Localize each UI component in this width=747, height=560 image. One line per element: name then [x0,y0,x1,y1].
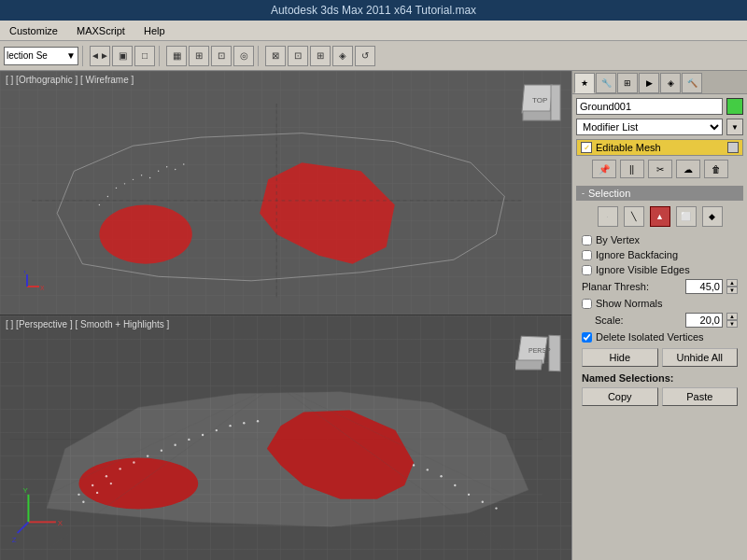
svg-point-15 [158,171,159,172]
toolbar-btn-2[interactable]: ▣ [112,46,133,66]
svg-point-40 [133,461,134,463]
stack-btn-delete[interactable]: 🗑 [704,160,728,178]
scale-spinner[interactable]: ▲ ▼ [726,313,738,328]
modifier-color-box [727,142,739,153]
hide-button[interactable]: Hide [582,348,658,367]
svg-point-56 [482,501,484,503]
svg-point-55 [468,494,470,496]
modifier-editable-mesh[interactable]: ✓ Editable Mesh [577,140,742,155]
subobj-edge[interactable]: ╲ [624,206,644,227]
main-area: [ ] [Orthographic ] [ Wireframe ] TOP [0,71,747,560]
toolbar-btn-9[interactable]: ⊡ [288,46,308,66]
toolbar-btn-4[interactable]: ▦ [166,46,187,66]
selection-dropdown[interactable]: lection Se ▼ [4,47,78,65]
svg-point-45 [202,434,204,436]
toolbar-btn-5[interactable]: ⊞ [189,46,209,66]
delete-isolated-label: Delete Isolated Vertices [596,331,704,343]
tab-modify[interactable]: 🔧 [596,73,616,93]
delete-isolated-row: Delete Isolated Vertices [576,329,743,344]
menu-help[interactable]: Help [134,23,175,38]
svg-point-47 [229,425,231,427]
object-name-row [572,94,747,119]
ignore-backfacing-label: Ignore Backfacing [596,249,678,260]
planar-thresh-spin-up[interactable]: ▲ [726,279,738,287]
ignore-backfacing-checkbox[interactable] [582,250,592,260]
object-color-swatch[interactable] [726,98,743,115]
by-vertex-checkbox[interactable] [582,235,592,245]
modifier-list-dropdown[interactable]: Modifier List [576,119,723,135]
svg-point-37 [92,484,93,486]
tab-hierarchy[interactable]: ⊞ [617,73,638,93]
subobj-vertex[interactable]: · [598,206,618,227]
toolbar-btn-11[interactable]: ◈ [332,46,353,66]
tab-display[interactable]: ◈ [660,73,681,93]
ignore-visible-edges-checkbox[interactable] [582,265,592,275]
stack-btn-pin[interactable]: 📌 [592,160,616,178]
scale-label: Scale: [595,315,682,326]
tab-utilities[interactable]: 🔨 [682,73,702,93]
toolbar-separator-1 [82,46,86,66]
svg-point-50 [82,501,84,503]
toolbar-btn-8[interactable]: ⊠ [265,46,286,66]
delete-isolated-checkbox[interactable] [582,332,592,343]
svg-text:Y: Y [22,271,27,274]
paste-button[interactable]: Paste [662,387,739,406]
by-vertex-row: By Vertex [576,232,743,247]
svg-text:X: X [58,519,63,527]
scale-spin-down[interactable]: ▼ [726,320,738,328]
svg-point-13 [141,175,142,175]
axis-indicator-top: X Y [11,271,44,305]
ignore-visible-edges-label: Ignore Visible Edges [596,264,690,275]
menu-maxscript[interactable]: MAXScript [67,23,134,38]
modifier-dropdown-arrow[interactable]: ▼ [726,119,743,135]
svg-point-8 [99,204,100,205]
svg-point-43 [174,444,176,446]
show-normals-checkbox[interactable] [582,299,592,309]
viewport-bottom[interactable]: [ ] [Perspective ] [ Smooth + Highlights… [0,315,571,560]
stack-btn-paste[interactable]: ☁ [676,160,700,178]
planar-thresh-spin-down[interactable]: ▼ [726,287,738,294]
svg-point-9 [107,196,108,197]
svg-point-52 [110,483,112,484]
subobj-face[interactable]: ▲ [650,206,670,227]
terrain-top-view [9,90,562,305]
menu-customize[interactable]: Customize [0,23,67,38]
subobj-polygon[interactable]: ⬜ [676,206,697,227]
toolbar-btn-7[interactable]: ◎ [233,46,254,66]
svg-point-51 [96,492,98,494]
svg-point-18 [183,163,184,164]
scale-input[interactable] [685,313,723,328]
selection-header-label: Selection [588,188,630,199]
toolbar-btn-12[interactable]: ↺ [355,46,375,66]
ignore-backfacing-row: Ignore Backfacing [576,247,743,262]
right-panel: ★ 🔧 ⊞ ▶ ◈ 🔨 Modifier List ▼ ✓ Editable M… [571,71,747,560]
svg-marker-20 [260,162,395,263]
planar-thresh-spinner[interactable]: ▲ ▼ [726,279,738,294]
svg-point-57 [495,507,497,509]
toolbar-btn-10[interactable]: ⊞ [310,46,331,66]
subobject-row: · ╲ ▲ ⬜ ◆ [576,201,743,232]
scale-spin-up[interactable]: ▲ [726,313,738,320]
toolbar-btn-6[interactable]: ⊡ [211,46,232,66]
svg-point-38 [106,475,107,477]
planar-thresh-input[interactable] [685,279,723,294]
subobj-element[interactable]: ◆ [702,206,723,227]
viewport-bottom-label: [ ] [Perspective ] [ Smooth + Highlights… [6,319,169,329]
copy-paste-row: Copy Paste [576,385,743,408]
selection-collapse-icon[interactable]: - [582,189,585,198]
toolbar-btn-3[interactable]: □ [134,46,155,66]
named-selections-label: Named Selections: [576,371,743,385]
viewport-top[interactable]: [ ] [Orthographic ] [ Wireframe ] TOP [0,71,571,315]
svg-line-68 [18,522,29,533]
unhide-all-button[interactable]: Unhide All [662,348,739,367]
tab-create[interactable]: ★ [574,73,595,93]
stack-btn-split[interactable]: || [620,160,644,178]
modifier-checkbox[interactable]: ✓ [581,142,592,153]
planar-thresh-label: Planar Thresh: [582,281,682,292]
toolbar-btn-1[interactable]: ◄► [90,46,110,66]
stack-btn-cut[interactable]: ✂ [648,160,672,178]
object-name-input[interactable] [576,98,723,115]
tab-motion[interactable]: ▶ [639,73,659,93]
viewport-area[interactable]: [ ] [Orthographic ] [ Wireframe ] TOP [0,71,571,560]
copy-button[interactable]: Copy [582,387,658,406]
